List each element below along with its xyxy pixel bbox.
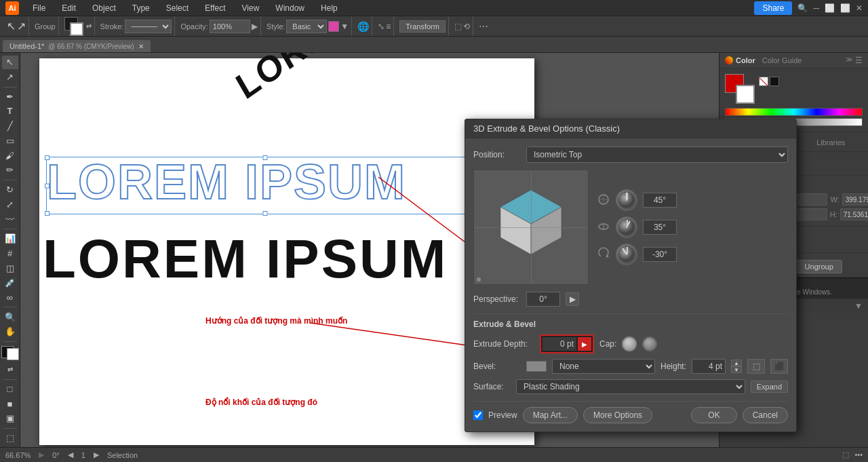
nav-prev-icon[interactable]: ◀ [68, 450, 73, 459]
height-up-btn[interactable]: ▲ [731, 360, 742, 366]
angle-input-3[interactable] [643, 247, 677, 262]
menu-effect[interactable]: Effect [202, 2, 228, 14]
sel-handle-bm[interactable] [262, 211, 267, 216]
normal-mode[interactable]: □ [2, 383, 18, 396]
artboard-icon[interactable]: ⬚ [842, 450, 849, 459]
style-expand-icon[interactable]: ▼ [340, 22, 349, 31]
sel-handle-tm[interactable] [262, 155, 267, 160]
window-minimize-icon[interactable]: ─ [813, 3, 819, 13]
position-select[interactable]: Isometric Top Isometric Front Isometric … [526, 147, 788, 163]
stroke-color-swatch[interactable] [736, 85, 755, 104]
menu-edit[interactable]: Edit [59, 2, 79, 14]
color-guide-tab[interactable]: Color Guide [762, 56, 802, 64]
none-swatch[interactable] [759, 77, 768, 86]
blend-tool[interactable]: ∞ [2, 291, 18, 305]
sel-handle-ml[interactable] [45, 183, 50, 188]
height-btn-1[interactable]: ⬚ [747, 359, 765, 374]
menu-help[interactable]: Help [318, 2, 340, 14]
angle-dial-1[interactable] [616, 189, 637, 211]
ok-button[interactable]: OK [691, 407, 736, 423]
opacity-expand-icon[interactable]: ▶ [252, 22, 258, 31]
cap-btn-flat[interactable] [642, 336, 657, 351]
spectrum-bar[interactable] [725, 108, 863, 116]
opacity-input[interactable] [210, 20, 250, 33]
window-tile-icon[interactable]: ⬜ [825, 3, 835, 13]
dialog-title-bar[interactable]: 3D Extrude & Bevel Options (Classic) [465, 119, 796, 138]
drawing-mode[interactable]: ■ [2, 397, 18, 410]
color-tab[interactable]: Color [736, 56, 755, 64]
expand-button[interactable]: Expand [751, 381, 788, 393]
sel-handle-tl[interactable] [45, 155, 50, 160]
panel-menu-icon[interactable]: ☰ [855, 56, 863, 65]
ungroup-button[interactable]: Ungroup [796, 260, 842, 273]
cube-preview[interactable] [473, 170, 589, 285]
selection-tool[interactable]: ↖ [2, 56, 18, 69]
direct-select-icon[interactable]: ↗ [17, 20, 26, 33]
nav-next-icon[interactable]: ▶ [94, 450, 99, 459]
select-tool-icon[interactable]: ↖ [7, 20, 16, 33]
gradient-tool[interactable]: ◫ [2, 261, 18, 275]
global-icon[interactable]: 🌐 [357, 21, 369, 32]
map-art-button[interactable]: Map Art... [523, 407, 578, 423]
swap-fill-stroke[interactable]: ⇄ [2, 363, 18, 377]
rectangle-tool[interactable]: ▭ [2, 134, 18, 148]
direct-select-tool[interactable]: ↗ [2, 71, 18, 84]
artboard-tool[interactable]: ⬚ [2, 431, 18, 445]
pencil-tool[interactable]: ✏ [2, 163, 18, 177]
angle-dial-2[interactable] [616, 216, 637, 238]
w-input[interactable] [842, 193, 868, 206]
surface-select[interactable]: Plastic Shading Diffuse Shading No Shadi… [516, 379, 745, 394]
search-icon[interactable]: 🔍 [797, 3, 808, 13]
document-tab[interactable]: Untitled-1* @ 66.67 % (CMYK/Preview) ✕ [3, 40, 151, 52]
arrange-icon[interactable]: ⬚ [454, 22, 462, 31]
style-select[interactable]: Basic [286, 20, 327, 33]
angle-input-1[interactable] [643, 193, 677, 208]
height-input[interactable] [692, 359, 726, 374]
menu-object[interactable]: Object [90, 2, 119, 14]
preview-checkbox[interactable] [473, 410, 483, 420]
tab-close-icon[interactable]: ✕ [138, 43, 144, 50]
more-icon[interactable]: ••• [854, 450, 863, 459]
type-tool[interactable]: T [2, 104, 18, 118]
scale-tool[interactable]: ⤢ [2, 197, 18, 211]
more-options-icon[interactable]: ⋯ [479, 21, 488, 32]
h-input[interactable] [840, 208, 868, 220]
share-button[interactable]: Share [754, 1, 792, 15]
eyedropper-tool[interactable]: 💉 [2, 276, 18, 290]
height-down-btn[interactable]: ▼ [731, 366, 742, 373]
extrude-depth-input[interactable] [542, 337, 576, 351]
warp-tool[interactable]: 〰 [2, 212, 18, 226]
angle-dial-3[interactable] [616, 244, 637, 265]
menu-file[interactable]: File [30, 2, 48, 14]
angle-input-2[interactable] [643, 220, 677, 235]
perspective-input[interactable] [526, 292, 560, 307]
transform-icon[interactable]: ⤡ [378, 22, 384, 31]
cap-btn-round[interactable] [622, 336, 637, 351]
graph-tool[interactable]: 📊 [2, 232, 18, 246]
rotate-tool[interactable]: ↻ [2, 183, 18, 197]
menu-type[interactable]: Type [130, 2, 153, 14]
swap-colors-icon[interactable]: ⇄ [86, 22, 92, 30]
extrude-arrow-btn[interactable]: ▶ [578, 337, 591, 351]
sel-handle-bl[interactable] [45, 211, 50, 216]
menu-select[interactable]: Select [163, 2, 191, 14]
mesh-tool[interactable]: # [2, 246, 18, 260]
more-options-button[interactable]: More Options [583, 407, 652, 423]
black-swatch[interactable] [770, 77, 779, 86]
window-close-icon[interactable]: ✕ [856, 3, 863, 13]
paintbrush-tool[interactable]: 🖌 [2, 149, 18, 162]
pen-tool[interactable]: ✒ [2, 90, 18, 103]
hand-tool[interactable]: ✋ [2, 325, 18, 339]
libraries-tab[interactable]: Libraries [794, 135, 869, 151]
zoom-tool[interactable]: 🔍 [2, 310, 18, 324]
cancel-button[interactable]: Cancel [743, 407, 788, 423]
expand-icon[interactable]: ⟲ [463, 22, 470, 31]
height-btn-2[interactable]: ⬛ [770, 359, 788, 374]
color-selector[interactable] [1, 346, 19, 360]
perspective-expand-btn[interactable]: ▶ [566, 292, 579, 306]
line-tool[interactable]: ╱ [2, 119, 18, 133]
zoom-expand-icon[interactable]: ▶ [39, 450, 44, 459]
stroke-select[interactable]: ───── [125, 20, 172, 33]
window-maximize-icon[interactable]: ⬜ [840, 3, 850, 13]
screen-mode[interactable]: ▣ [2, 412, 18, 425]
